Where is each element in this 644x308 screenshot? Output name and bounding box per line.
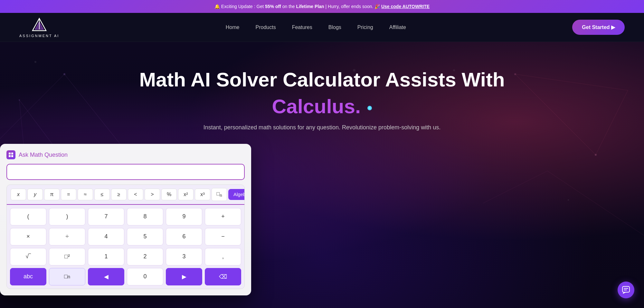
logo[interactable]: ASSIGNMENT AI bbox=[19, 17, 59, 38]
svg-rect-27 bbox=[11, 153, 13, 154]
key-percent[interactable]: % bbox=[161, 189, 177, 200]
key-lt[interactable]: < bbox=[128, 189, 143, 200]
key-pi[interactable]: π bbox=[44, 189, 60, 200]
key-abc[interactable]: abc bbox=[10, 268, 46, 285]
nav-item-pricing[interactable]: Pricing bbox=[357, 25, 373, 30]
key-2[interactable]: 2 bbox=[127, 248, 163, 265]
key-backspace[interactable]: ⌫ bbox=[205, 268, 241, 285]
nav-item-affiliate[interactable]: Affiliate bbox=[389, 25, 406, 30]
key-approx[interactable]: ≈ bbox=[78, 189, 93, 200]
svg-rect-26 bbox=[9, 153, 11, 154]
key-open-paren[interactable]: ( bbox=[10, 208, 46, 225]
chat-widget[interactable] bbox=[618, 282, 634, 298]
key-leq[interactable]: ≤ bbox=[94, 189, 110, 200]
key-geq[interactable]: ≥ bbox=[111, 189, 127, 200]
algebra-dropdown[interactable]: Algebra ▾ bbox=[228, 189, 244, 200]
key-sq[interactable]: □² bbox=[49, 248, 85, 265]
key-close-paren[interactable]: ) bbox=[49, 208, 85, 225]
key-left-arrow[interactable]: ◀ bbox=[88, 268, 124, 285]
key-7[interactable]: 7 bbox=[88, 208, 124, 225]
key-multiply[interactable]: × bbox=[10, 228, 46, 245]
nav-item-blogs[interactable]: Blogs bbox=[328, 25, 341, 30]
key-pow-n[interactable]: □n bbox=[49, 268, 85, 285]
hero-description: Instant, personalized math solutions for… bbox=[0, 124, 644, 131]
hero-title-line2: Calculus. bbox=[0, 95, 644, 118]
get-started-button[interactable]: Get Started ▶ bbox=[572, 20, 625, 35]
key-minus[interactable]: − bbox=[205, 228, 241, 245]
svg-point-21 bbox=[34, 61, 36, 63]
nav-item-products[interactable]: Products bbox=[255, 25, 276, 30]
announcement-bar: 🔔 Exciting Update : Get 55% off on the L… bbox=[0, 0, 644, 13]
key-equals[interactable]: = bbox=[61, 189, 76, 200]
key-comma[interactable]: , bbox=[205, 248, 241, 265]
key-1[interactable]: 1 bbox=[88, 248, 124, 265]
key-x2[interactable]: x² bbox=[178, 189, 194, 200]
key-sqrt[interactable]: √‾ bbox=[10, 248, 46, 265]
key-plus[interactable]: + bbox=[205, 208, 241, 225]
hero-highlight: Calculus. bbox=[272, 95, 361, 117]
nav-item-home[interactable]: Home bbox=[226, 25, 240, 30]
key-gt[interactable]: > bbox=[145, 189, 160, 200]
key-6[interactable]: 6 bbox=[166, 228, 202, 245]
calculator-box: Ask Math Question x y π = ≈ ≤ ≥ < > % x² bbox=[0, 144, 251, 295]
chat-icon bbox=[622, 286, 630, 294]
key-9[interactable]: 9 bbox=[166, 208, 202, 225]
calc-header-label: Ask Math Question bbox=[19, 152, 68, 158]
calc-input[interactable] bbox=[6, 164, 245, 180]
key-3[interactable]: 3 bbox=[166, 248, 202, 265]
key-right-arrow[interactable]: ▶ bbox=[166, 268, 202, 285]
navbar: ASSIGNMENT AI Home Products Features Blo… bbox=[0, 13, 644, 42]
key-x[interactable]: x bbox=[11, 189, 26, 200]
calc-header-icon bbox=[6, 150, 15, 159]
key-8[interactable]: 8 bbox=[127, 208, 163, 225]
announcement-cta[interactable]: Use code AUTOWRITE bbox=[381, 4, 430, 9]
nav-links: Home Products Features Blogs Pricing Aff… bbox=[226, 25, 406, 30]
hero-content: Math AI Solver Calculator Assists With C… bbox=[0, 68, 644, 295]
keyboard-main: ( ) 7 8 9 + × ÷ 4 5 6 − √‾ □² 1 bbox=[7, 205, 244, 289]
key-5[interactable]: 5 bbox=[127, 228, 163, 245]
calc-header: Ask Math Question bbox=[6, 150, 245, 159]
hero-section: Math AI Solver Calculator Assists With C… bbox=[0, 42, 644, 308]
hero-title-line1: Math AI Solver Calculator Assists With bbox=[0, 68, 644, 92]
key-0[interactable]: 0 bbox=[127, 268, 163, 285]
svg-rect-29 bbox=[11, 155, 13, 157]
key-divide[interactable]: ÷ bbox=[49, 228, 85, 245]
hero-cursor bbox=[367, 106, 372, 110]
svg-rect-30 bbox=[622, 286, 630, 292]
key-x3[interactable]: x³ bbox=[195, 189, 210, 200]
svg-rect-28 bbox=[9, 155, 11, 157]
logo-text: ASSIGNMENT AI bbox=[19, 34, 59, 38]
key-xn[interactable]: □n bbox=[212, 188, 227, 201]
announcement-text: 🔔 Exciting Update : Get 55% off on the L… bbox=[214, 4, 430, 9]
algebra-label: Algebra bbox=[233, 192, 244, 197]
logo-icon bbox=[31, 17, 47, 33]
nav-item-features[interactable]: Features bbox=[292, 25, 312, 30]
keyboard-symbols-row: x y π = ≈ ≤ ≥ < > % x² x³ □n Algebra ▾ bbox=[7, 185, 244, 204]
calc-keyboard: x y π = ≈ ≤ ≥ < > % x² x³ □n Algebra ▾ bbox=[6, 184, 245, 289]
key-4[interactable]: 4 bbox=[88, 228, 124, 245]
key-y[interactable]: y bbox=[27, 189, 43, 200]
